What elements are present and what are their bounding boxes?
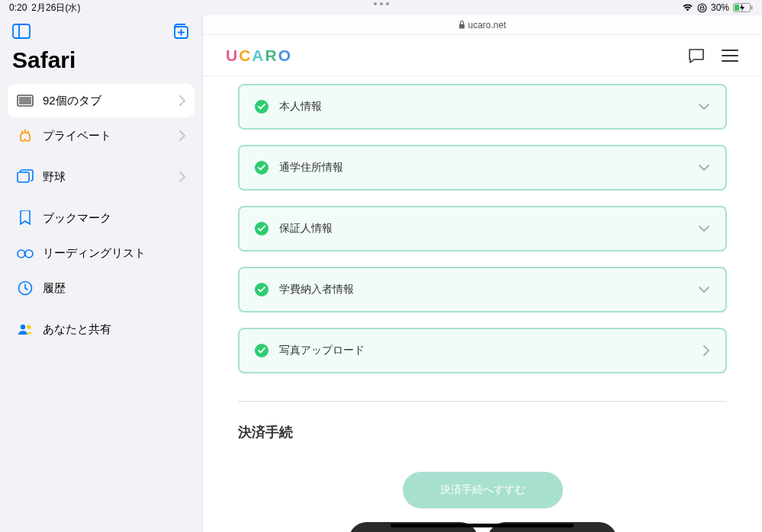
svg-point-16 <box>27 325 31 328</box>
sidebar-item-label: ブックマーク <box>43 211 185 226</box>
bookmark-icon <box>17 210 34 226</box>
sidebar-item-tabs[interactable]: 92個のタブ <box>8 84 195 117</box>
svg-rect-10 <box>19 97 31 104</box>
accordion-item-3[interactable]: 学費納入者情報 <box>238 267 727 312</box>
svg-point-15 <box>21 325 25 329</box>
chat-icon[interactable] <box>687 46 706 65</box>
chevron-right-icon <box>179 95 185 106</box>
sidebar-item-label: あなたと共有 <box>43 322 185 337</box>
chevron-icon <box>698 225 710 232</box>
tab-group-icon <box>17 168 34 185</box>
proceed-button[interactable]: 決済手続へすすむ <box>403 472 563 508</box>
lock-icon <box>458 21 465 29</box>
check-complete-icon <box>255 161 268 175</box>
chevron-right-icon <box>179 171 185 182</box>
sidebar-item-label: プライベート <box>43 129 179 143</box>
wifi-icon <box>682 4 693 12</box>
multitask-dots[interactable] <box>374 2 389 5</box>
content-area: ucaro.net UCARO 本人情報通学住所情報保証人情報学費納入者情報写真… <box>202 15 762 532</box>
url-bar[interactable]: ucaro.net <box>203 15 762 35</box>
sidebar-item-shared[interactable]: あなたと共有 <box>8 312 195 346</box>
ucaro-logo[interactable]: UCARO <box>226 46 292 65</box>
chevron-icon <box>698 164 710 171</box>
tabs-icon <box>17 92 34 109</box>
divider <box>238 401 727 402</box>
sidebar-item-label: 92個のタブ <box>43 94 179 108</box>
chevron-icon <box>698 286 710 293</box>
sidebar-item-private[interactable]: プライベート <box>8 119 195 152</box>
url-text: ucaro.net <box>468 20 506 30</box>
new-tab-icon[interactable] <box>172 23 190 40</box>
check-complete-icon <box>255 100 268 114</box>
accordion-item-1[interactable]: 通学住所情報 <box>238 145 727 191</box>
battery-percent: 30% <box>711 2 729 13</box>
page-body[interactable]: 本人情報通学住所情報保証人情報学費納入者情報写真アップロード 決済手続 決済手続… <box>203 76 762 532</box>
status-date: 2月26日(水) <box>31 2 80 14</box>
section-title-payment: 決済手続 <box>238 423 727 441</box>
accordion-label: 写真アップロード <box>279 344 703 357</box>
menu-icon[interactable] <box>721 48 739 63</box>
home-indicator[interactable] <box>202 524 762 527</box>
sidebar: Safari 92個のタブ プライベート 野球 ブックマーク リーディングリスト <box>0 15 202 532</box>
sidebar-item-bookmarks[interactable]: ブックマーク <box>8 201 195 235</box>
sidebar-item-history[interactable]: 履歴 <box>8 271 195 305</box>
sidebar-item-label: 野球 <box>43 170 179 184</box>
svg-rect-2 <box>735 5 739 11</box>
sidebar-item-reading-list[interactable]: リーディングリスト <box>8 236 195 270</box>
rotation-lock-icon <box>697 3 707 13</box>
sidebar-item-label: リーディングリスト <box>43 246 185 261</box>
accordion-item-2[interactable]: 保証人情報 <box>238 206 727 252</box>
status-bar: 0:20 2月26日(水) 30% <box>0 0 762 15</box>
check-complete-icon <box>255 222 268 236</box>
check-complete-icon <box>255 283 268 296</box>
page-header: UCARO <box>203 35 762 76</box>
svg-rect-17 <box>459 24 465 29</box>
svg-point-13 <box>25 250 33 258</box>
accordion-item-0[interactable]: 本人情報 <box>238 84 727 130</box>
svg-rect-4 <box>13 24 30 38</box>
accordion-label: 通学住所情報 <box>279 161 698 175</box>
accordion-label: 保証人情報 <box>279 222 698 236</box>
svg-rect-11 <box>18 172 29 182</box>
sidebar-item-group-baseball[interactable]: 野球 <box>8 160 195 194</box>
shared-icon <box>17 321 34 338</box>
chevron-right-icon <box>179 130 185 141</box>
sidebar-item-label: 履歴 <box>43 281 185 296</box>
app-title: Safari <box>8 47 195 84</box>
accordion-item-4[interactable]: 写真アップロード <box>238 328 727 373</box>
svg-rect-3 <box>751 6 753 10</box>
history-icon <box>17 280 34 296</box>
reading-list-icon <box>17 245 34 261</box>
accordion-label: 学費納入者情報 <box>279 283 698 296</box>
battery-icon <box>733 3 753 12</box>
private-icon <box>17 127 34 144</box>
chevron-icon <box>703 345 710 357</box>
status-time: 0:20 <box>9 2 27 13</box>
chevron-icon <box>698 103 710 111</box>
accordion-label: 本人情報 <box>279 100 698 114</box>
check-complete-icon <box>255 344 268 357</box>
sidebar-toggle-icon[interactable] <box>12 24 31 39</box>
